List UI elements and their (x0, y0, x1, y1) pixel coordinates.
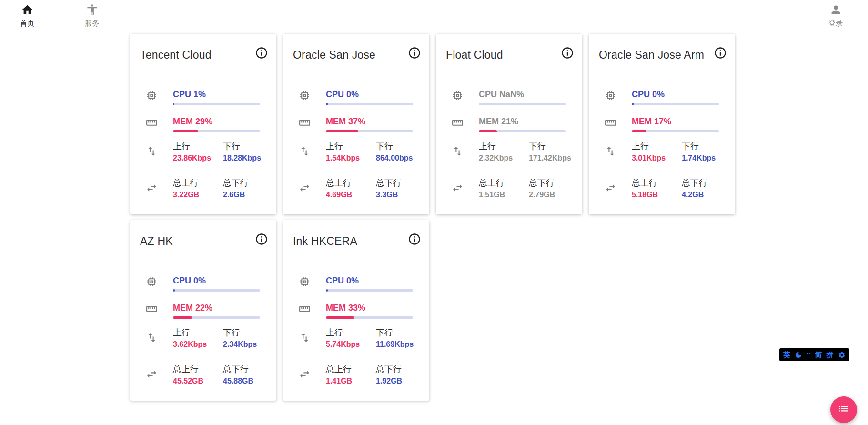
cpu-progress-bar (632, 103, 719, 105)
swap-vert-icon (452, 145, 479, 163)
net-total-row: 总上行 1.41GB 总下行 1.92GB (283, 364, 429, 386)
cpu-chip-icon (146, 90, 173, 105)
person-icon (829, 3, 842, 18)
mem-row: MEM 21% (436, 117, 582, 132)
server-name: Ink HKCERA (293, 234, 357, 248)
total-download-label: 总下行 (529, 177, 566, 189)
nav-login-label: 登录 (828, 19, 843, 28)
swap-vert-icon (299, 332, 326, 350)
ime-punctuation-indicator[interactable]: '' (807, 348, 810, 361)
server-card[interactable]: Oracle San Jose CPU 0% ME (283, 34, 429, 214)
cpu-progress-fill (173, 103, 174, 105)
cpu-progress-fill (326, 103, 328, 105)
info-icon[interactable] (408, 233, 421, 246)
cpu-chip-icon (299, 90, 326, 105)
total-upload-value: 4.69GB (326, 190, 376, 200)
server-card[interactable]: Float Cloud CPU NaN% MEM (436, 34, 582, 214)
total-download-label: 总下行 (223, 177, 260, 189)
download-speed-value: 1.74Kbps (682, 153, 719, 163)
ime-status-bar[interactable]: 英 '' 简 拼 (779, 348, 849, 361)
mem-row: MEM 37% (283, 117, 429, 132)
card-header: Float Cloud (436, 34, 582, 61)
total-download-value: 2.6GB (223, 190, 260, 200)
nav-item-home[interactable]: 首页 (10, 3, 44, 28)
nav-item-login[interactable]: 登录 (818, 3, 853, 28)
net-total-row: 总上行 45.52GB 总下行 45.88GB (130, 364, 276, 386)
download-speed-value: 18.28Kbps (223, 153, 261, 163)
memory-ruler-icon (299, 303, 326, 319)
server-card[interactable]: Oracle San Jose Arm CPU 0% (589, 34, 735, 214)
upload-label: 上行 (479, 141, 529, 152)
server-name: AZ HK (140, 234, 173, 248)
swap-vert-icon (146, 145, 173, 163)
cpu-usage-text: CPU 0% (173, 276, 260, 286)
upload-label: 上行 (326, 141, 376, 152)
cpu-row: CPU 0% (283, 276, 429, 292)
info-icon[interactable] (408, 46, 421, 60)
mem-progress-fill (326, 316, 354, 319)
upload-label: 上行 (326, 327, 376, 338)
server-list-fab[interactable] (830, 396, 857, 423)
upload-speed-value: 3.62Kbps (173, 339, 223, 350)
mem-usage-text: MEM 17% (632, 117, 719, 127)
download-label: 下行 (376, 141, 413, 152)
server-name: Oracle San Jose (293, 48, 375, 61)
swap-horiz-icon (146, 182, 173, 200)
mem-progress-bar (479, 130, 566, 132)
download-speed-value: 2.34Kbps (223, 339, 260, 350)
info-icon[interactable] (561, 46, 574, 60)
download-label: 下行 (223, 327, 260, 338)
swap-horiz-icon (299, 368, 326, 386)
mem-progress-fill (173, 130, 198, 132)
ime-pinyin-indicator[interactable]: 拼 (827, 348, 834, 361)
nav-item-service[interactable]: 服务 (75, 3, 109, 28)
mem-progress-fill (479, 130, 497, 132)
info-icon[interactable] (255, 46, 268, 60)
total-upload-label: 总上行 (326, 177, 376, 189)
total-upload-label: 总上行 (173, 177, 223, 189)
cpu-usage-text: CPU 0% (326, 90, 413, 100)
net-speed-row: 上行 5.74Kbps 下行 11.69Kbps (283, 327, 429, 350)
card-header: Ink HKCERA (283, 220, 429, 248)
mem-usage-text: MEM 37% (326, 117, 413, 127)
download-speed-value: 171.42Kbps (529, 153, 571, 163)
swap-horiz-icon (452, 182, 479, 200)
server-card[interactable]: AZ HK CPU 0% MEM 22% (130, 220, 276, 401)
server-card[interactable]: Tencent Cloud CPU 1% MEM (130, 34, 276, 214)
upload-speed-value: 23.86Kbps (173, 153, 223, 163)
cpu-chip-icon (146, 276, 173, 292)
ime-simplified-indicator[interactable]: 简 (815, 348, 822, 361)
cpu-usage-text: CPU 0% (632, 90, 719, 100)
card-header: AZ HK (130, 220, 276, 248)
download-label: 下行 (682, 141, 719, 152)
total-upload-value: 3.22GB (173, 190, 223, 200)
mem-row: MEM 17% (589, 117, 735, 132)
gear-icon[interactable] (838, 348, 846, 361)
card-header: Oracle San Jose (283, 34, 429, 61)
download-speed-value: 11.69Kbps (376, 339, 414, 350)
ime-language-indicator[interactable]: 英 (783, 348, 790, 361)
server-card[interactable]: Ink HKCERA CPU 0% MEM 33% (283, 220, 429, 401)
download-label: 下行 (529, 141, 571, 152)
net-speed-row: 上行 3.62Kbps 下行 2.34Kbps (130, 327, 276, 350)
cpu-usage-text: CPU NaN% (479, 90, 566, 100)
moon-icon[interactable] (795, 348, 802, 361)
total-download-label: 总下行 (376, 364, 413, 375)
mem-progress-bar (326, 316, 413, 319)
mem-progress-fill (632, 130, 646, 132)
info-icon[interactable] (255, 233, 268, 246)
cpu-row: CPU 0% (589, 90, 735, 105)
net-total-row: 总上行 1.51GB 总下行 2.79GB (436, 177, 582, 200)
cpu-progress-fill (632, 103, 634, 105)
cpu-row: CPU NaN% (436, 90, 582, 105)
info-icon[interactable] (714, 46, 727, 60)
net-speed-row: 上行 3.01Kbps 下行 1.74Kbps (589, 141, 735, 163)
list-icon (838, 403, 850, 417)
server-card-grid: Tencent Cloud CPU 1% MEM (130, 34, 744, 401)
mem-progress-fill (326, 130, 358, 132)
mem-row: MEM 22% (130, 303, 276, 319)
memory-ruler-icon (452, 117, 479, 132)
memory-ruler-icon (605, 117, 632, 132)
memory-ruler-icon (146, 303, 173, 319)
swap-horiz-icon (299, 182, 326, 200)
